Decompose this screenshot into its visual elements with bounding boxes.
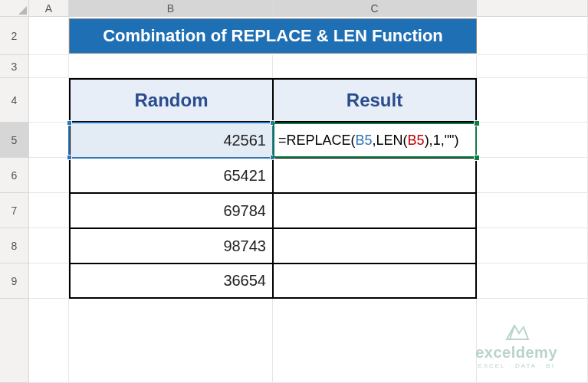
cell-b6[interactable]: 65421 bbox=[69, 158, 273, 193]
cell-c9[interactable] bbox=[273, 264, 477, 299]
formula-num: 1 bbox=[433, 133, 441, 149]
cell-c6[interactable] bbox=[273, 158, 477, 193]
cell-filler-a[interactable] bbox=[29, 299, 69, 383]
cell-blank-2[interactable] bbox=[477, 17, 588, 55]
cell-blank-6[interactable] bbox=[477, 158, 588, 193]
cell-b9[interactable]: 36654 bbox=[69, 264, 273, 299]
cell-c7[interactable] bbox=[273, 193, 477, 228]
cell-b8[interactable]: 98743 bbox=[69, 228, 273, 264]
cell-a9[interactable] bbox=[29, 264, 69, 299]
cell-blank-8[interactable] bbox=[477, 228, 588, 264]
formula-ref-b5-b: B5 bbox=[408, 133, 425, 149]
cell-b7[interactable]: 69784 bbox=[69, 193, 273, 228]
watermark: exceldemy EXCEL · DATA · BI bbox=[475, 321, 557, 369]
cell-filler-b[interactable] bbox=[69, 299, 273, 383]
col-head-blank bbox=[477, 0, 588, 17]
cell-a8[interactable] bbox=[29, 228, 69, 264]
range-handle[interactable] bbox=[67, 120, 72, 126]
cell-a3[interactable] bbox=[29, 55, 69, 78]
cell-blank-4[interactable] bbox=[477, 78, 588, 123]
range-handle[interactable] bbox=[270, 120, 275, 126]
formula-mid1: ,LEN( bbox=[373, 133, 408, 149]
watermark-tagline: EXCEL · DATA · BI bbox=[475, 362, 557, 369]
range-handle[interactable] bbox=[67, 155, 72, 160]
row-head-2[interactable]: 2 bbox=[0, 17, 29, 55]
col-head-a[interactable]: A bbox=[29, 0, 69, 17]
header-result[interactable]: Result bbox=[273, 78, 477, 123]
cell-blank-3[interactable] bbox=[477, 55, 588, 78]
row-head-3[interactable]: 3 bbox=[0, 55, 29, 78]
formula-ref-b5-a: B5 bbox=[356, 133, 373, 149]
row-head-4[interactable]: 4 bbox=[0, 78, 29, 123]
cell-a7[interactable] bbox=[29, 193, 69, 228]
fill-handle[interactable] bbox=[474, 120, 480, 126]
cell-filler-c[interactable] bbox=[273, 299, 477, 383]
cell-c5-formula[interactable]: =REPLACE(B5,LEN(B5),1,"") bbox=[273, 123, 477, 158]
formula-mid2: ), bbox=[425, 133, 433, 149]
title-banner: Combination of REPLACE & LEN Function bbox=[69, 18, 477, 54]
cell-b3[interactable] bbox=[69, 55, 273, 78]
row-head-7[interactable]: 7 bbox=[0, 193, 29, 228]
cell-c3[interactable] bbox=[273, 55, 477, 78]
cell-a5[interactable] bbox=[29, 123, 69, 158]
row-head-6[interactable]: 6 bbox=[0, 158, 29, 193]
row-head-8[interactable]: 8 bbox=[0, 228, 29, 264]
cell-b5[interactable]: 42561 bbox=[69, 123, 273, 158]
cell-c8[interactable] bbox=[273, 228, 477, 264]
cell-a6[interactable] bbox=[29, 158, 69, 193]
select-all-corner[interactable] bbox=[0, 0, 29, 17]
logo-icon bbox=[504, 321, 530, 342]
formula-mid3: ,"") bbox=[441, 133, 459, 149]
cell-blank-9[interactable] bbox=[477, 264, 588, 299]
cell-blank-5[interactable] bbox=[477, 123, 588, 158]
range-handle[interactable] bbox=[270, 155, 275, 160]
fill-handle[interactable] bbox=[474, 155, 480, 161]
header-random[interactable]: Random bbox=[69, 78, 273, 123]
watermark-brand: exceldemy bbox=[475, 344, 557, 362]
col-head-b[interactable]: B bbox=[69, 0, 273, 17]
row-head-filler bbox=[0, 299, 29, 383]
cell-a4[interactable] bbox=[29, 78, 69, 123]
row-head-9[interactable]: 9 bbox=[0, 264, 29, 299]
cell-blank-7[interactable] bbox=[477, 193, 588, 228]
row-head-5[interactable]: 5 bbox=[0, 123, 29, 158]
formula-prefix: =REPLACE( bbox=[278, 133, 356, 149]
col-head-c[interactable]: C bbox=[273, 0, 477, 17]
cell-a2[interactable] bbox=[29, 17, 69, 55]
